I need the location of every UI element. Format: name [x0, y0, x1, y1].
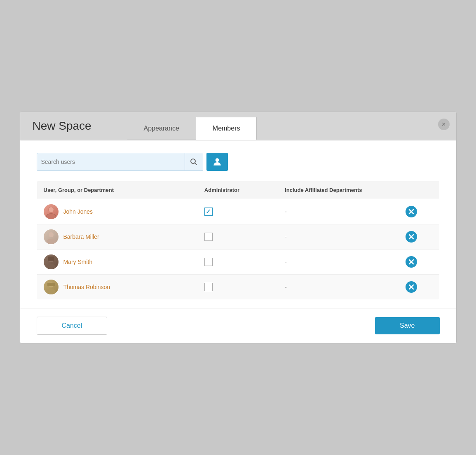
person-silhouette-icon	[44, 229, 59, 244]
table-row: John Jones ✓ -	[37, 199, 439, 224]
search-icon	[190, 158, 198, 166]
col-header-action	[399, 181, 439, 199]
svg-rect-20	[47, 283, 55, 286]
admin-checkbox-mary[interactable]	[204, 258, 213, 266]
tab-appearance[interactable]: Appearance	[127, 117, 196, 140]
person-silhouette-icon	[44, 204, 59, 219]
person-icon	[212, 156, 223, 167]
avatar	[44, 229, 59, 244]
remove-button-thomas[interactable]	[406, 281, 417, 293]
user-name: Thomas Robinson	[63, 284, 110, 290]
col-header-admin: Administrator	[198, 181, 278, 199]
table-row: Thomas Robinson -	[37, 275, 439, 300]
svg-line-1	[195, 163, 197, 165]
avatar	[44, 280, 59, 294]
search-row	[37, 153, 440, 171]
cancel-button[interactable]: Cancel	[37, 317, 108, 335]
user-cell: Mary Smith	[44, 254, 191, 269]
close-button[interactable]: ×	[438, 119, 450, 130]
members-table: User, Group, or Department Administrator…	[37, 181, 440, 300]
search-input[interactable]	[41, 159, 181, 165]
user-cell: Barbara Miller	[44, 229, 191, 244]
remove-button-john[interactable]	[406, 206, 417, 217]
svg-point-5	[49, 207, 54, 212]
svg-point-9	[49, 232, 54, 237]
close-icon	[408, 209, 414, 215]
search-input-wrap	[37, 153, 185, 171]
user-cell: John Jones	[44, 204, 191, 219]
svg-point-14	[47, 264, 56, 269]
dept-value-thomas: -	[278, 275, 399, 300]
dept-value-john: -	[278, 199, 399, 224]
close-icon	[408, 234, 414, 240]
svg-point-2	[215, 158, 219, 162]
table-row: Barbara Miller -	[37, 224, 439, 250]
remove-button-barbara[interactable]	[406, 231, 417, 243]
checkmark-icon: ✓	[206, 208, 211, 215]
svg-rect-15	[48, 257, 54, 261]
svg-point-10	[47, 239, 56, 244]
user-cell: Thomas Robinson	[44, 280, 191, 294]
tab-members[interactable]: Members	[196, 117, 257, 140]
admin-checkbox-john[interactable]: ✓	[204, 208, 213, 216]
add-user-button[interactable]	[206, 153, 228, 171]
tab-bar: Appearance Members	[127, 112, 456, 140]
person-silhouette-icon	[44, 280, 59, 294]
user-name: John Jones	[63, 208, 93, 215]
svg-point-19	[47, 289, 56, 294]
dialog-title: New Space	[20, 112, 127, 140]
close-icon	[408, 284, 414, 290]
close-icon	[408, 259, 414, 265]
avatar	[44, 204, 59, 219]
dialog-body: User, Group, or Department Administrator…	[20, 140, 456, 308]
user-name: Mary Smith	[63, 259, 93, 265]
dialog-header: New Space Appearance Members ×	[20, 112, 456, 140]
avatar	[44, 254, 59, 269]
dept-value-mary: -	[278, 250, 399, 275]
admin-checkbox-thomas[interactable]	[204, 283, 213, 291]
save-button[interactable]: Save	[375, 317, 439, 334]
dept-value-barbara: -	[278, 224, 399, 250]
person-silhouette-icon	[44, 254, 59, 269]
admin-checkbox-barbara[interactable]	[204, 233, 213, 241]
dialog: New Space Appearance Members ×	[20, 112, 457, 343]
table-row: Mary Smith -	[37, 250, 439, 275]
search-button[interactable]	[185, 153, 203, 171]
user-name: Barbara Miller	[63, 233, 99, 240]
col-header-dept: Include Affiliated Departments	[278, 181, 399, 199]
remove-button-mary[interactable]	[406, 256, 417, 268]
col-header-user: User, Group, or Department	[37, 181, 198, 199]
dialog-footer: Cancel Save	[20, 308, 456, 343]
